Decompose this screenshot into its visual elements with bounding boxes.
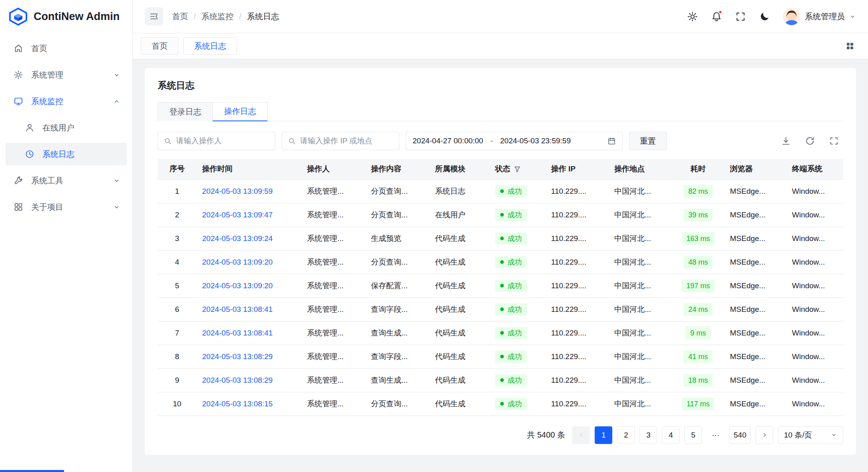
status-text: 成功 [507, 329, 522, 337]
operation-time-link[interactable]: 2024-05-03 13:08:41 [202, 329, 273, 337]
status-text: 成功 [507, 353, 522, 360]
sidebar: ContiNew Admin 首页系统管理系统监控在线用户系统日志系统工具关于项… [0, 0, 133, 472]
cell-status: 成功 [489, 297, 545, 321]
status-dot-icon [500, 355, 504, 358]
nav-tab-system-logs[interactable]: 系统日志 [183, 37, 237, 55]
operation-time-link[interactable]: 2024-05-03 13:09:24 [202, 234, 273, 243]
cell-module: 系统日志 [429, 179, 489, 203]
reset-button[interactable]: 重置 [629, 132, 667, 150]
status-dot-icon [500, 260, 504, 264]
operation-time-link[interactable]: 2024-05-03 13:09:20 [202, 281, 273, 290]
page-button-3[interactable]: 3 [639, 426, 657, 444]
sidebar-item-home[interactable]: 首页 [6, 37, 127, 60]
cell-module: 代码生成 [429, 297, 489, 321]
cell-ip: 110.229.... [545, 345, 609, 368]
cell-operator: 系统管理... [301, 227, 365, 250]
status-filter-icon[interactable] [513, 165, 521, 173]
sidebar-item-about-project[interactable]: 关于项目 [6, 196, 127, 218]
sidebar-collapse-button[interactable] [145, 7, 163, 26]
cell-no: 8 [158, 345, 196, 368]
cell-ip: 110.229.... [545, 392, 609, 416]
cell-browser: MSEdge... [724, 274, 786, 297]
cell-time: 2024-05-03 13:09:47 [196, 203, 301, 227]
status-badge: 成功 [495, 185, 527, 197]
status-dot-icon [500, 402, 504, 406]
ip-search-input[interactable] [300, 137, 393, 145]
operator-search-input[interactable] [176, 137, 269, 145]
operation-time-link[interactable]: 2024-05-03 13:08:15 [202, 400, 273, 408]
export-button[interactable] [777, 132, 795, 150]
cell-browser: MSEdge... [724, 321, 786, 345]
sidebar-item-online-users[interactable]: 在线用户 [6, 116, 127, 139]
cell-ip: 110.229.... [545, 227, 609, 250]
app-logo[interactable]: ContiNew Admin [0, 0, 132, 33]
page-ellipsis-button[interactable]: ··· [707, 426, 724, 444]
page-button-4[interactable]: 4 [662, 426, 680, 444]
theme-toggle-button[interactable] [755, 7, 774, 26]
tab-operation-logs[interactable]: 操作日志 [212, 102, 268, 121]
notifications-button[interactable] [707, 7, 726, 26]
status-text: 成功 [507, 235, 522, 242]
cell-location: 中国河北... [609, 227, 672, 250]
table-row: 52024-05-03 13:09:20系统管理...保存配置...代码生成成功… [158, 274, 843, 297]
page-button-5[interactable]: 5 [684, 426, 702, 444]
sidebar-item-label: 系统日志 [42, 149, 120, 160]
column-label: 操作时间 [202, 164, 233, 174]
cell-status: 成功 [489, 345, 545, 368]
operation-time-link[interactable]: 2024-05-03 13:08:41 [202, 305, 273, 313]
operation-time-link[interactable]: 2024-05-03 13:09:59 [202, 187, 273, 195]
status-text: 成功 [507, 306, 522, 313]
table-row: 32024-05-03 13:09:24系统管理...生成预览代码生成成功110… [158, 227, 843, 250]
cell-no: 9 [158, 368, 196, 392]
cell-browser: MSEdge... [724, 227, 786, 250]
cell-time: 2024-05-03 13:08:29 [196, 368, 301, 392]
page-button-2[interactable]: 2 [617, 426, 635, 444]
table-fullscreen-button[interactable] [825, 132, 843, 150]
page-size-select[interactable]: 10 条/页 [778, 426, 843, 444]
sidebar-item-label: 系统工具 [31, 175, 113, 186]
tab-actions-button[interactable] [841, 37, 859, 55]
date-start-value[interactable]: 2024-04-27 00:00:00 [413, 137, 483, 145]
cell-operator: 系统管理... [301, 179, 365, 203]
sidebar-item-label: 系统管理 [31, 70, 113, 80]
cell-os: Window... [786, 297, 843, 321]
nav-tab-home[interactable]: 首页 [141, 37, 178, 55]
column-header-cost: 耗时 [672, 159, 724, 179]
cell-status: 成功 [489, 274, 545, 297]
operation-time-link[interactable]: 2024-05-03 13:08:29 [202, 352, 273, 361]
operation-time-link[interactable]: 2024-05-03 13:08:29 [202, 376, 273, 384]
sidebar-item-system-logs[interactable]: 系统日志 [6, 143, 127, 165]
page-button-540[interactable]: 540 [729, 426, 751, 444]
prev-page-button[interactable] [572, 426, 590, 444]
sidebar-item-system-monitor[interactable]: 系统监控 [6, 90, 127, 112]
cell-content: 查询生成... [365, 321, 429, 345]
sidebar-menu: 首页系统管理系统监控在线用户系统日志系统工具关于项目 [0, 33, 132, 472]
page-button-1[interactable]: 1 [595, 426, 612, 444]
fullscreen-button[interactable] [731, 7, 750, 26]
settings-button[interactable] [683, 7, 702, 26]
cell-module: 代码生成 [429, 345, 489, 368]
cell-location: 中国河北... [609, 345, 672, 368]
sidebar-item-system-management[interactable]: 系统管理 [6, 64, 127, 86]
operation-log-table: 序号操作时间操作人操作内容所属模块状态操作 IP操作地点耗时浏览器终端系统 12… [158, 159, 843, 416]
column-header-location: 操作地点 [609, 159, 672, 179]
ip-search-box [282, 132, 399, 150]
cell-ip: 110.229.... [545, 321, 609, 345]
sidebar-item-system-tools[interactable]: 系统工具 [6, 169, 127, 192]
operation-time-link[interactable]: 2024-05-03 13:09:20 [202, 258, 273, 266]
refresh-button[interactable] [801, 132, 819, 150]
date-end-value[interactable]: 2024-05-03 23:59:59 [500, 137, 571, 145]
tab-login-logs[interactable]: 登录日志 [158, 102, 213, 121]
operation-time-link[interactable]: 2024-05-03 13:09:47 [202, 211, 273, 219]
date-range-picker[interactable]: 2024-04-27 00:00:00 - 2024-05-03 23:59:5… [406, 132, 623, 150]
cell-operator: 系统管理... [301, 345, 365, 368]
breadcrumb-item[interactable]: 首页 [172, 11, 188, 22]
nav-tab-label: 首页 [152, 41, 168, 52]
breadcrumb-item[interactable]: 系统监控 [202, 11, 234, 22]
cell-ip: 110.229.... [545, 203, 609, 227]
next-page-button[interactable] [756, 426, 773, 444]
breadcrumb-item[interactable]: 系统日志 [247, 11, 279, 22]
cell-location: 中国河北... [609, 321, 672, 345]
cell-os: Window... [786, 345, 843, 368]
user-menu[interactable]: 系统管理员 [783, 8, 856, 25]
